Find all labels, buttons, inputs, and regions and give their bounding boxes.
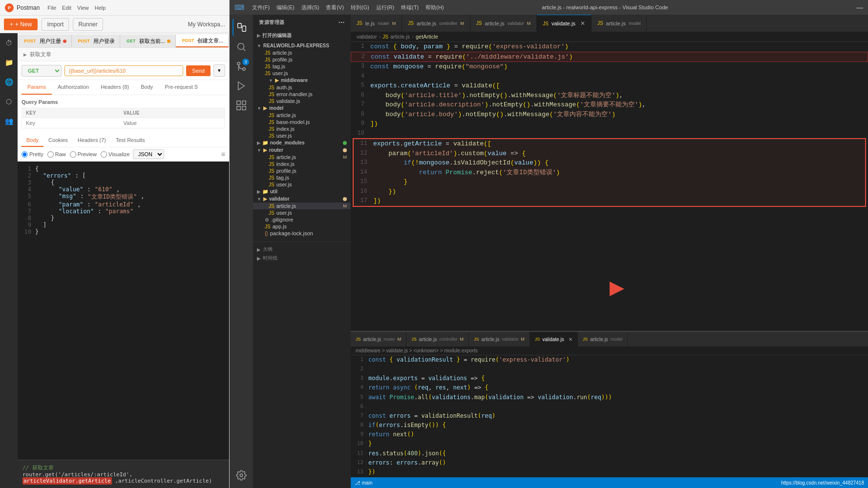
file-router-index[interactable]: JS index.js [253, 161, 351, 167]
tab-body[interactable]: Body [135, 80, 159, 95]
format-align-button[interactable]: ≡ [221, 150, 225, 158]
timeline-section[interactable]: ▶ 时间线 [257, 255, 347, 262]
tab-controller[interactable]: JS article.js controller M [402, 15, 470, 32]
file-gitignore[interactable]: ⚙ .gitignore [253, 216, 351, 223]
tab-model[interactable]: JS article.js model [592, 15, 647, 32]
file-model-article[interactable]: JS article.js [253, 112, 351, 119]
format-visualize-radio[interactable] [101, 151, 107, 158]
tab-validate[interactable]: JS validate.js ✕ [537, 15, 592, 32]
activity-search-icon[interactable] [233, 38, 250, 56]
sidebar-history-icon[interactable]: ⏱ [3, 37, 15, 49]
tab-pre-request[interactable]: Pre-request S [159, 80, 204, 95]
headers-tab[interactable]: Headers (7) [73, 134, 111, 147]
menu-help[interactable]: Help [95, 5, 106, 11]
method-selector[interactable]: GET POST PUT DELETE [21, 65, 62, 77]
activity-settings-icon[interactable] [233, 467, 250, 484]
open-editors-header[interactable]: ▶ 打开的编辑器 [253, 31, 351, 40]
file-error-handler[interactable]: JS error-handler.js [253, 91, 351, 98]
menu-view[interactable]: View [77, 5, 89, 11]
bottom-tab-model[interactable]: JS article.js model [578, 332, 628, 346]
bottom-code-editor[interactable]: 1 const { validationResult } = require('… [351, 355, 868, 477]
format-pretty[interactable]: Pretty [21, 151, 43, 158]
menu-help[interactable]: 帮助(H) [425, 4, 444, 11]
menu-file[interactable]: 文件(F) [252, 4, 270, 11]
util-folder[interactable]: ▶ 📁 util [253, 188, 351, 195]
import-button[interactable]: Import [42, 18, 69, 31]
activity-git-icon[interactable]: 3 [233, 58, 250, 75]
file-validator-article[interactable]: JS article.js M [253, 203, 351, 209]
tab-post-login[interactable]: POST 用户登录 [72, 35, 121, 47]
bottom-tab-validate[interactable]: JS validate.js ✕ [530, 332, 578, 346]
code-editor[interactable]: 1 const { body, param } = require('expre… [351, 42, 868, 331]
file-router-article[interactable]: JS article.js M [253, 154, 351, 161]
format-pretty-radio[interactable] [21, 151, 28, 158]
file-validate[interactable]: JS validate.js [253, 98, 351, 104]
menu-edit[interactable]: 编辑(E) [276, 4, 295, 11]
cookies-tab[interactable]: Cookies [43, 134, 73, 147]
tab-params[interactable]: Params [21, 80, 52, 95]
bottom-tab-router[interactable]: JS article.js router M [351, 332, 406, 346]
format-type-select[interactable]: JSON [133, 149, 164, 159]
menu-edit[interactable]: Edit [62, 5, 71, 11]
file-base-model[interactable]: JS base-model.js [253, 119, 351, 125]
send-button[interactable]: Send [186, 65, 211, 76]
format-raw-radio[interactable] [47, 151, 54, 158]
tab-get-current[interactable]: GET 获取当前... [120, 35, 176, 47]
format-preview[interactable]: Preview [70, 151, 97, 158]
file-model-index[interactable]: JS index.js [253, 125, 351, 132]
section-header[interactable]: ▶ 获取文章 [18, 48, 229, 61]
file-router-user[interactable]: JS user.js [253, 181, 351, 188]
body-tab[interactable]: Body [21, 134, 43, 147]
tab-router-le[interactable]: JS le.js router M [351, 15, 402, 32]
tab-close-button[interactable]: ✕ [580, 20, 585, 27]
node-modules-folder[interactable]: ▶ 📁 node_modules [253, 139, 351, 146]
menu-select[interactable]: 选择(S) [301, 4, 319, 11]
file-validator-user[interactable]: JS user.js [253, 209, 351, 216]
bottom-tab-validator[interactable]: JS article.js validator M [469, 332, 530, 346]
file-auth[interactable]: JS auth.js [253, 84, 351, 91]
tab-post-register[interactable]: POST 用户注册 [18, 35, 72, 47]
tab-headers[interactable]: Headers (8) [95, 80, 135, 95]
router-folder[interactable]: ▼ ▶ router [253, 146, 351, 154]
middleware-folder[interactable]: ▼ ▶ middleware [253, 77, 351, 84]
menu-terminal[interactable]: 终端(T) [401, 4, 419, 11]
file-user-top[interactable]: JS user.js [253, 70, 351, 77]
validator-folder[interactable]: ▼ ▶ validator [253, 195, 351, 203]
format-raw[interactable]: Raw [47, 151, 66, 158]
tab-post-article[interactable]: POST 创建文章... [176, 35, 229, 47]
sidebar-environments-icon[interactable]: 🌐 [3, 76, 15, 88]
file-profile-top[interactable]: JS profile.js [253, 56, 351, 63]
model-folder[interactable]: ▼ ▶ model [253, 104, 351, 112]
activity-extensions-icon[interactable] [233, 97, 250, 114]
param-key-input[interactable] [26, 120, 124, 126]
file-package-lock[interactable]: {} package-lock.json [253, 230, 351, 237]
param-value-input[interactable] [124, 120, 221, 126]
tab-validator[interactable]: JS article.js validator M [470, 15, 537, 32]
file-router-profile[interactable]: JS profile.js [253, 167, 351, 174]
test-results-tab[interactable]: Test Results [111, 134, 150, 147]
file-router-tag[interactable]: JS tag.js [253, 174, 351, 181]
close-button[interactable]: — [856, 3, 863, 11]
menu-file[interactable]: File [47, 5, 56, 11]
file-app[interactable]: JS app.js [253, 223, 351, 230]
url-input[interactable] [64, 65, 183, 76]
activity-files-icon[interactable] [233, 19, 250, 36]
activity-debug-icon[interactable] [233, 77, 250, 95]
format-visualize[interactable]: Visualize [101, 151, 130, 158]
runner-button[interactable]: Runner [73, 18, 103, 31]
sidebar-collections-icon[interactable]: 📁 [3, 57, 15, 68]
file-tag[interactable]: JS tag.js [253, 63, 351, 70]
menu-view[interactable]: 查看(V) [326, 4, 344, 11]
new-button[interactable]: + + New [4, 19, 38, 30]
project-header[interactable]: ▼ REALWORLD-API-EXPRESS [253, 42, 351, 49]
outline-section[interactable]: ▶ 大纲 [257, 246, 347, 253]
tab-authorization[interactable]: Authorization [52, 80, 95, 95]
menu-run[interactable]: 运行(R) [376, 4, 394, 11]
file-article-top[interactable]: JS article.js [253, 49, 351, 56]
format-preview-radio[interactable] [70, 151, 76, 158]
sidebar-team-icon[interactable]: 👥 [3, 115, 15, 127]
bottom-tab-controller[interactable]: JS article.js controller M [406, 332, 469, 346]
bottom-tab-close[interactable]: ✕ [569, 337, 572, 342]
explorer-more-button[interactable]: ··· [339, 19, 345, 26]
menu-goto[interactable]: 转到(G) [351, 4, 369, 11]
